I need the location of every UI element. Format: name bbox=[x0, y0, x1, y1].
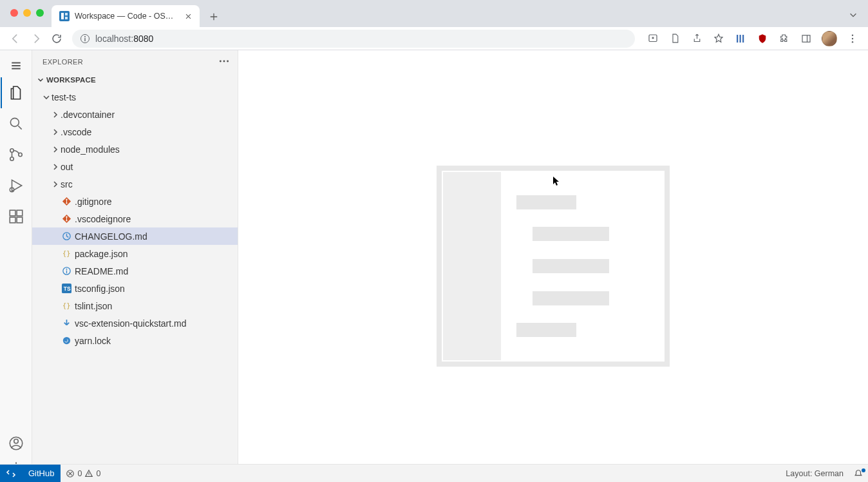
extensions-button[interactable] bbox=[778, 32, 791, 45]
notifications-button[interactable] bbox=[849, 465, 868, 482]
json-icon: {} bbox=[61, 301, 72, 311]
layout-status-button[interactable]: Layout: German bbox=[780, 465, 849, 482]
svg-point-18 bbox=[10, 157, 13, 160]
file-row[interactable]: .gitignore bbox=[32, 193, 238, 210]
file-name-label: .devcontainer bbox=[61, 110, 115, 120]
file-name-label: yarn.lock bbox=[75, 336, 111, 346]
file-name-label: out bbox=[61, 162, 73, 172]
explorer-more-button[interactable] bbox=[218, 55, 230, 68]
twistie-icon[interactable] bbox=[50, 179, 61, 189]
info-icon bbox=[61, 266, 72, 276]
folder-row[interactable]: .devcontainer bbox=[32, 106, 238, 123]
tab-close-button[interactable] bbox=[183, 11, 193, 21]
github-status-button[interactable]: GitHub bbox=[22, 465, 61, 482]
browser-tab[interactable]: Workspace — Code - OSS Dev bbox=[52, 5, 200, 27]
file-name-label: .vscodeignore bbox=[75, 214, 131, 224]
twistie-icon[interactable] bbox=[50, 162, 61, 172]
twistie-icon[interactable] bbox=[50, 127, 61, 137]
file-name-label: CHANGELOG.md bbox=[75, 231, 147, 242]
folder-row[interactable]: test-ts bbox=[32, 88, 238, 106]
reload-button[interactable] bbox=[50, 32, 63, 45]
activity-search-button[interactable] bbox=[1, 108, 32, 139]
file-row[interactable]: TStsconfig.json bbox=[32, 280, 238, 297]
svg-rect-1 bbox=[61, 13, 64, 19]
sidepanel-button[interactable] bbox=[800, 32, 813, 45]
address-bar[interactable]: localhost:8080 bbox=[72, 30, 635, 48]
activity-account-button[interactable] bbox=[1, 430, 32, 456]
twistie-icon[interactable] bbox=[50, 144, 61, 155]
file-name-label: tslint.json bbox=[75, 301, 112, 311]
browser-menu-button[interactable] bbox=[846, 32, 859, 45]
svg-rect-2 bbox=[65, 13, 68, 15]
extension-ublock-icon[interactable] bbox=[756, 32, 769, 45]
file-name-label: .gitignore bbox=[75, 197, 112, 207]
file-row[interactable]: yarn.lock bbox=[32, 332, 238, 349]
file-row[interactable]: CHANGELOG.md bbox=[32, 227, 238, 245]
twistie-icon[interactable] bbox=[50, 110, 61, 120]
json-icon: {} bbox=[61, 249, 72, 259]
url-text: localhost:8080 bbox=[95, 34, 153, 44]
problems-status-button[interactable]: 0 0 bbox=[61, 465, 106, 482]
file-row[interactable]: README.md bbox=[32, 262, 238, 280]
file-name-label: src bbox=[61, 179, 73, 189]
folder-row[interactable]: out bbox=[32, 158, 238, 175]
profile-avatar[interactable] bbox=[822, 31, 837, 46]
svg-rect-11 bbox=[802, 35, 810, 42]
extension-dashlane-icon[interactable] bbox=[734, 32, 747, 45]
svg-point-45 bbox=[62, 337, 70, 344]
svg-rect-0 bbox=[59, 11, 70, 21]
file-name-label: test-ts bbox=[52, 92, 76, 102]
window-minimize-button[interactable] bbox=[23, 9, 31, 17]
share-icon[interactable] bbox=[690, 32, 703, 45]
arrowdown-icon bbox=[61, 318, 72, 329]
file-row[interactable]: vsc-extension-quickstart.md bbox=[32, 314, 238, 332]
svg-rect-3 bbox=[65, 17, 68, 19]
status-bar: GitHub 0 0 Layout: German bbox=[0, 464, 868, 482]
file-icon[interactable] bbox=[668, 32, 681, 45]
nav-forward-button[interactable] bbox=[30, 32, 42, 45]
svg-point-16 bbox=[10, 118, 19, 126]
svg-point-28 bbox=[220, 60, 222, 62]
svg-point-13 bbox=[852, 34, 853, 35]
site-info-icon[interactable] bbox=[80, 34, 90, 44]
window-close-button[interactable] bbox=[10, 9, 18, 17]
twistie-icon[interactable] bbox=[41, 92, 52, 102]
svg-point-26 bbox=[14, 439, 18, 444]
svg-point-15 bbox=[852, 41, 853, 43]
notification-dot-icon bbox=[862, 468, 865, 472]
svg-point-40 bbox=[66, 269, 67, 270]
editor-watermark bbox=[437, 166, 670, 367]
file-name-label: .vscode bbox=[61, 127, 91, 137]
svg-rect-8 bbox=[737, 35, 738, 43]
folder-row[interactable]: src bbox=[32, 175, 238, 193]
file-name-label: node_modules bbox=[61, 144, 120, 155]
svg-point-5 bbox=[84, 36, 86, 37]
folder-row[interactable]: node_modules bbox=[32, 140, 238, 158]
new-tab-button[interactable] bbox=[205, 8, 223, 26]
folder-row[interactable]: .vscode bbox=[32, 123, 238, 140]
activity-extensions-button[interactable] bbox=[1, 201, 32, 232]
activity-explorer-button[interactable] bbox=[1, 77, 32, 108]
activity-debug-button[interactable] bbox=[1, 170, 32, 201]
activity-scm-button[interactable] bbox=[1, 139, 32, 170]
app-menu-button[interactable] bbox=[1, 54, 32, 77]
bookmark-star-icon[interactable] bbox=[712, 32, 725, 45]
svg-rect-10 bbox=[742, 35, 744, 43]
workspace-section-header[interactable]: WORKSPACE bbox=[32, 73, 238, 87]
nav-back-button[interactable] bbox=[9, 32, 22, 45]
tabstrip-menu-button[interactable] bbox=[849, 10, 858, 21]
svg-rect-22 bbox=[10, 217, 15, 223]
explorer-sidebar: EXPLORER WORKSPACE test-ts.devcontainer.… bbox=[32, 50, 238, 482]
svg-point-17 bbox=[10, 149, 13, 152]
file-row[interactable]: {}package.json bbox=[32, 245, 238, 262]
file-row[interactable]: .vscodeignore bbox=[32, 210, 238, 227]
remote-button[interactable] bbox=[0, 465, 22, 482]
window-zoom-button[interactable] bbox=[36, 9, 44, 17]
svg-rect-41 bbox=[66, 271, 66, 274]
file-name-label: tsconfig.json bbox=[75, 284, 125, 294]
svg-text:{}: {} bbox=[62, 302, 70, 309]
yarn-icon bbox=[61, 336, 72, 346]
activity-bar bbox=[0, 50, 32, 482]
file-row[interactable]: {}tslint.json bbox=[32, 297, 238, 314]
install-app-icon[interactable] bbox=[646, 32, 659, 45]
